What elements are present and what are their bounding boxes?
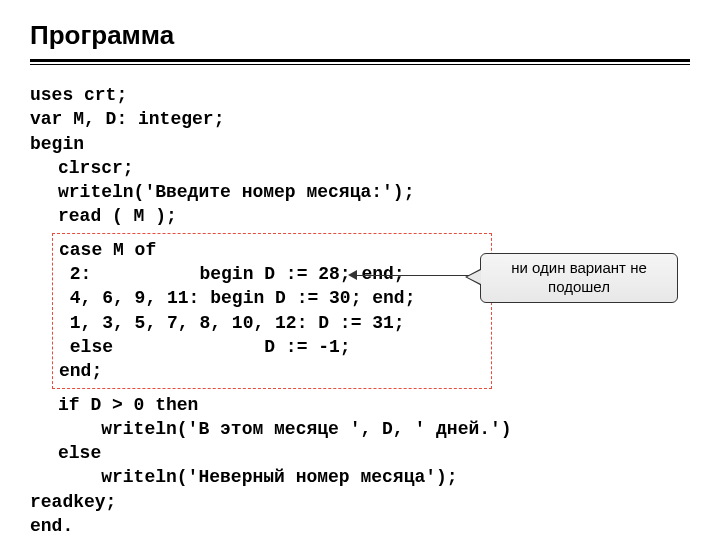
code-line: case M of: [59, 238, 485, 262]
code-line: begin: [30, 132, 690, 156]
title-rule-thick: [30, 59, 690, 62]
code-line: 4, 6, 9, 11: begin D := 30; end;: [59, 286, 485, 310]
case-block-highlight: case M of 2: begin D := 28; end; 4, 6, 9…: [52, 233, 492, 389]
code-line: else: [30, 441, 690, 465]
code-line: writeln('Неверный номер месяца');: [30, 465, 690, 489]
page-title: Программа: [30, 20, 690, 51]
code-line: if D > 0 then: [30, 393, 690, 417]
code-line: clrscr;: [30, 156, 690, 180]
callout-tail-icon: [467, 270, 481, 284]
code-line: 1, 3, 5, 7, 8, 10, 12: D := 31;: [59, 311, 485, 335]
callout-text: ни один вариант не: [511, 259, 647, 276]
code-line: end.: [30, 514, 690, 538]
code-line: uses crt;: [30, 83, 690, 107]
code-block: uses crt; var M, D: integer; begin clrsc…: [30, 83, 690, 538]
callout-box: ни один вариант не подошел: [480, 253, 678, 303]
code-line: readkey;: [30, 490, 690, 514]
callout-arrow-head-icon: [348, 270, 357, 280]
code-line: end;: [59, 359, 485, 383]
code-line: writeln('В этом месяце ', D, ' дней.'): [30, 417, 690, 441]
code-line: var M, D: integer;: [30, 107, 690, 131]
code-line: else D := -1;: [59, 335, 485, 359]
code-line: writeln('Введите номер месяца:');: [30, 180, 690, 204]
title-rule-thin: [30, 64, 690, 65]
callout-arrow-line: [354, 275, 482, 276]
callout-text: подошел: [548, 278, 610, 295]
code-line: read ( M );: [30, 204, 690, 228]
